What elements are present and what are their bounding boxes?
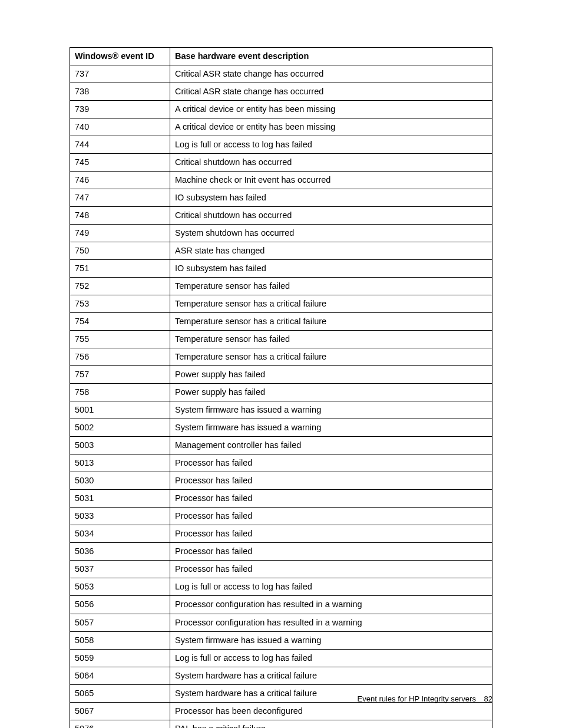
cell-event-id: 5076 bbox=[70, 720, 170, 728]
cell-event-id: 5002 bbox=[70, 419, 170, 437]
table-row: 738Critical ASR state change has occurre… bbox=[70, 83, 492, 101]
cell-description: System firmware has issued a warning bbox=[170, 419, 492, 437]
cell-event-id: 738 bbox=[70, 83, 170, 101]
cell-event-id: 737 bbox=[70, 65, 170, 83]
cell-description: Critical shutdown has occurred bbox=[170, 154, 492, 172]
cell-description: Log is full or access to log has failed bbox=[170, 136, 492, 154]
cell-description: Processor has failed bbox=[170, 543, 492, 561]
cell-description: System hardware has a critical failure bbox=[170, 667, 492, 684]
table-row: 756Temperature sensor has a critical fai… bbox=[70, 348, 492, 366]
table-row: 745Critical shutdown has occurred bbox=[70, 154, 492, 172]
cell-event-id: 5065 bbox=[70, 684, 170, 702]
table-row: 5003Management controller has failed bbox=[70, 437, 492, 454]
cell-description: System shutdown has occurred bbox=[170, 225, 492, 242]
table-row: 5057Processor configuration has resulted… bbox=[70, 614, 492, 631]
cell-event-id: 752 bbox=[70, 278, 170, 295]
cell-description: A critical device or entity has been mis… bbox=[170, 118, 492, 136]
cell-description: Temperature sensor has a critical failur… bbox=[170, 348, 492, 366]
table-row: 749System shutdown has occurred bbox=[70, 225, 492, 242]
table-row: 5013Processor has failed bbox=[70, 454, 492, 472]
table-row: 5058System firmware has issued a warning bbox=[70, 631, 492, 649]
table-row: 5034Processor has failed bbox=[70, 525, 492, 543]
cell-event-id: 754 bbox=[70, 313, 170, 331]
cell-event-id: 5053 bbox=[70, 578, 170, 596]
cell-description: ASR state has changed bbox=[170, 242, 492, 260]
table-row: 740A critical device or entity has been … bbox=[70, 118, 492, 136]
cell-description: Power supply has failed bbox=[170, 384, 492, 401]
cell-event-id: 5033 bbox=[70, 508, 170, 525]
table-row: 5037Processor has failed bbox=[70, 561, 492, 578]
cell-event-id: 5056 bbox=[70, 596, 170, 614]
cell-event-id: 746 bbox=[70, 172, 170, 189]
cell-event-id: 750 bbox=[70, 242, 170, 260]
header-event-id: Windows® event ID bbox=[70, 48, 170, 65]
cell-event-id: 5003 bbox=[70, 437, 170, 454]
cell-description: Processor has failed bbox=[170, 561, 492, 578]
table-row: 744Log is full or access to log has fail… bbox=[70, 136, 492, 154]
cell-description: Machine check or Init event has occurred bbox=[170, 172, 492, 189]
event-table: Windows® event ID Base hardware event de… bbox=[70, 47, 492, 728]
table-row: 754Temperature sensor has a critical fai… bbox=[70, 313, 492, 331]
cell-event-id: 745 bbox=[70, 154, 170, 172]
cell-description: Log is full or access to log has failed bbox=[170, 578, 492, 596]
header-description: Base hardware event description bbox=[170, 48, 492, 65]
cell-description: Critical shutdown has occurred bbox=[170, 207, 492, 225]
table-row: 5064System hardware has a critical failu… bbox=[70, 667, 492, 684]
cell-description: Processor configuration has resulted in … bbox=[170, 596, 492, 614]
table-row: 747IO subsystem has failed bbox=[70, 189, 492, 207]
cell-description: Temperature sensor has failed bbox=[170, 278, 492, 295]
cell-description: Processor configuration has resulted in … bbox=[170, 614, 492, 631]
cell-description: Processor has failed bbox=[170, 508, 492, 525]
cell-event-id: 5067 bbox=[70, 702, 170, 720]
table-row: 755Temperature sensor has failed bbox=[70, 331, 492, 348]
table-row: 753Temperature sensor has a critical fai… bbox=[70, 295, 492, 313]
document-page: Windows® event ID Base hardware event de… bbox=[0, 0, 562, 728]
page-number: 82 bbox=[484, 694, 492, 703]
cell-description: Critical ASR state change has occurred bbox=[170, 65, 492, 83]
table-row: 5076PAL has a critical failure bbox=[70, 720, 492, 728]
table-row: 752Temperature sensor has failed bbox=[70, 278, 492, 295]
cell-event-id: 5064 bbox=[70, 667, 170, 684]
cell-event-id: 5031 bbox=[70, 490, 170, 508]
table-row: 5001System firmware has issued a warning bbox=[70, 401, 492, 419]
cell-event-id: 740 bbox=[70, 118, 170, 136]
cell-event-id: 5013 bbox=[70, 454, 170, 472]
table-row: 5030Processor has failed bbox=[70, 472, 492, 490]
cell-event-id: 755 bbox=[70, 331, 170, 348]
cell-event-id: 756 bbox=[70, 348, 170, 366]
cell-description: IO subsystem has failed bbox=[170, 189, 492, 207]
cell-description: Power supply has failed bbox=[170, 366, 492, 384]
cell-event-id: 5001 bbox=[70, 401, 170, 419]
table-row: 751IO subsystem has failed bbox=[70, 260, 492, 278]
table-row: 739A critical device or entity has been … bbox=[70, 101, 492, 118]
cell-event-id: 747 bbox=[70, 189, 170, 207]
cell-event-id: 744 bbox=[70, 136, 170, 154]
table-body: 737Critical ASR state change has occurre… bbox=[70, 65, 492, 728]
table-row: 5067Processor has been deconfigured bbox=[70, 702, 492, 720]
cell-description: Processor has failed bbox=[170, 454, 492, 472]
cell-description: Management controller has failed bbox=[170, 437, 492, 454]
cell-description: System firmware has issued a warning bbox=[170, 631, 492, 649]
table-row: 5056Processor configuration has resulted… bbox=[70, 596, 492, 614]
cell-description: Processor has failed bbox=[170, 490, 492, 508]
cell-event-id: 5037 bbox=[70, 561, 170, 578]
cell-description: System firmware has issued a warning bbox=[170, 401, 492, 419]
table-row: 5059Log is full or access to log has fai… bbox=[70, 649, 492, 667]
cell-description: Temperature sensor has a critical failur… bbox=[170, 313, 492, 331]
cell-description: PAL has a critical failure bbox=[170, 720, 492, 728]
cell-event-id: 5057 bbox=[70, 614, 170, 631]
cell-event-id: 753 bbox=[70, 295, 170, 313]
cell-event-id: 751 bbox=[70, 260, 170, 278]
cell-event-id: 739 bbox=[70, 101, 170, 118]
table-row: 750ASR state has changed bbox=[70, 242, 492, 260]
cell-description: Temperature sensor has a critical failur… bbox=[170, 295, 492, 313]
cell-event-id: 749 bbox=[70, 225, 170, 242]
page-footer: Event rules for HP Integrity servers 82 bbox=[358, 694, 492, 703]
table-row: 748Critical shutdown has occurred bbox=[70, 207, 492, 225]
cell-description: Processor has failed bbox=[170, 472, 492, 490]
cell-description: A critical device or entity has been mis… bbox=[170, 101, 492, 118]
cell-description: Critical ASR state change has occurred bbox=[170, 83, 492, 101]
cell-event-id: 757 bbox=[70, 366, 170, 384]
table-header-row: Windows® event ID Base hardware event de… bbox=[70, 48, 492, 65]
cell-description: Log is full or access to log has failed bbox=[170, 649, 492, 667]
